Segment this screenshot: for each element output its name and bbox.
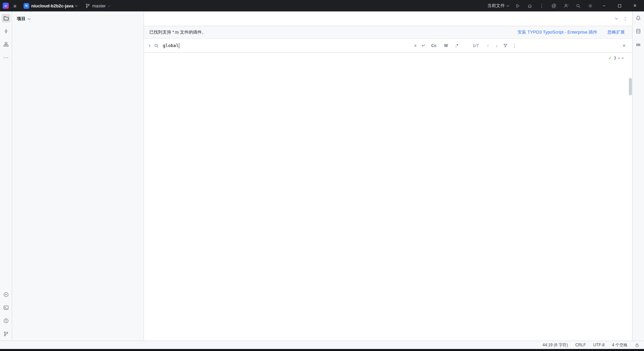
maximize-button[interactable] [614,3,624,8]
run-config-label: 当前文件 [487,3,505,9]
project-panel: 项目 [12,11,144,341]
search-results-count: 1/7 [472,43,479,48]
services-tool-icon[interactable] [2,290,10,299]
project-tool-icon[interactable] [2,14,10,23]
regex-toggle[interactable]: .* [454,43,460,49]
banner-message: 已找到支持 *.ts 文件的插件。 [149,29,206,35]
main-menu-icon[interactable]: ≡ [12,3,18,9]
line-separator[interactable]: CRLF [575,343,586,347]
branch-name: master [92,3,106,8]
more-actions-icon[interactable]: ⋮ [538,2,545,9]
chevron-down-icon [28,17,31,19]
filter-icon[interactable] [503,43,508,48]
previous-match-icon[interactable]: ↑ [485,43,490,48]
notification-banner: 已找到支持 *.ts 文件的插件。 安装 TYPO3 TypoScript - … [144,26,632,39]
caret-position[interactable]: 44:19 (6 字符) [542,342,568,348]
code-with-me-icon[interactable]: @ [551,2,557,9]
indent-style[interactable]: 4 个空格 [612,342,628,348]
scrollbar-thumb[interactable] [629,78,632,95]
chevron-down-icon [506,4,509,6]
search-newline-icon[interactable] [421,43,425,48]
branch-widget[interactable]: master ↓↑ [83,2,113,9]
text-caret [179,43,180,48]
right-tool-strip: m [632,11,644,341]
inspections-widget[interactable]: ✓3 [608,54,623,62]
match-case-toggle[interactable]: Cc [429,43,438,49]
words-toggle[interactable]: W [442,43,450,49]
taskbar-sliver [0,349,644,351]
project-widget[interactable]: N niucloud-b2b2c-java [21,2,80,10]
ignore-extension-link[interactable]: 忽略扩展 [607,29,625,35]
status-bar: 44:19 (6 字符) CRLF UTF-8 4 个空格 [0,341,644,349]
branch-sync-icon: ↓↑ [108,4,110,8]
code-editor[interactable]: ✓3 [144,53,632,341]
git-branch-icon [85,3,90,8]
left-tool-strip: ⋯ [0,11,12,341]
search-query: global [163,43,179,48]
inspections-count: 3 [614,54,616,62]
search-options-icon[interactable]: ⋮ [512,43,517,48]
readonly-lock-icon[interactable] [635,343,639,347]
inspections-ok-icon: ✓ [608,54,612,62]
notifications-icon[interactable] [634,14,643,23]
hidden-tabs-icon[interactable] [615,17,618,19]
profile-icon[interactable] [563,2,569,9]
next-match-icon[interactable]: ↓ [494,43,499,48]
tab-options-icon[interactable]: ⋮ [623,16,628,21]
terminal-tool-icon[interactable] [2,303,10,312]
debug-button[interactable] [526,2,533,9]
tab-bar: ⋮ [144,11,632,26]
more-tool-windows-icon[interactable]: ⋯ [2,53,10,62]
project-badge: N [24,3,29,9]
problems-tool-icon[interactable] [2,316,10,325]
project-name: niucloud-b2b2c-java [31,3,74,8]
ide-window: IJ ≡ N niucloud-b2b2c-java master ↓↑ 当前文… [0,0,644,351]
version-control-tool-icon[interactable] [2,330,10,338]
project-tree [12,26,144,341]
next-problem-icon[interactable] [621,56,624,59]
run-config-selector[interactable]: 当前文件 [487,3,509,9]
ide-logo-icon: IJ [3,3,9,9]
expand-replace-icon[interactable] [148,44,150,47]
minimize-button[interactable]: − [599,3,609,8]
editor-scrollbar[interactable] [628,53,632,341]
project-panel-title: 项目 [17,16,26,22]
editor-column: ⋮ 已找到支持 *.ts 文件的插件。 安装 TYPO3 TypoScript … [144,11,632,341]
chevron-down-icon [75,4,78,6]
run-button[interactable] [514,2,521,9]
previous-problem-icon[interactable] [618,57,620,60]
title-bar: IJ ≡ N niucloud-b2b2c-java master ↓↑ 当前文… [0,0,644,11]
close-search-icon[interactable]: × [622,43,628,48]
search-input[interactable]: global [163,43,410,48]
project-panel-header[interactable]: 项目 [12,11,144,26]
commit-tool-icon[interactable] [2,27,10,36]
search-icon [154,43,159,48]
close-button[interactable]: × [630,3,640,9]
structure-tool-icon[interactable] [2,40,10,49]
database-icon[interactable] [634,27,643,36]
search-bar: global × Cc W .* 1/7 ↑ ↓ ⋮ × [144,39,632,53]
clear-search-icon[interactable]: × [414,43,417,48]
install-plugin-link[interactable]: 安装 TYPO3 TypoScript - Enterprise 插件 [518,29,597,35]
search-everywhere-icon[interactable] [575,2,581,9]
maven-icon[interactable]: m [634,40,643,49]
file-encoding[interactable]: UTF-8 [593,343,605,347]
settings-icon[interactable] [587,2,594,9]
